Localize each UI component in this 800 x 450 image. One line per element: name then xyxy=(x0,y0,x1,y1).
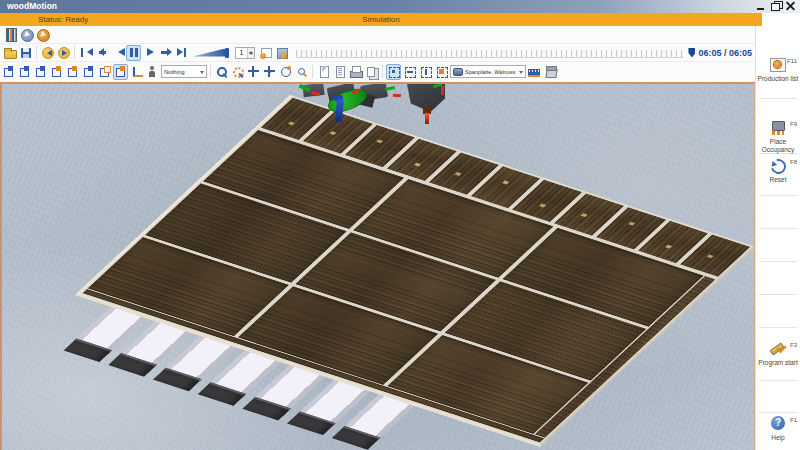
view-bottom-button[interactable] xyxy=(81,64,96,80)
undo-group xyxy=(40,45,71,61)
speed-spinner[interactable]: 1 xyxy=(235,47,255,59)
viewport-3d[interactable] xyxy=(0,82,755,450)
toolbar-separator xyxy=(74,46,75,59)
view-top-button[interactable] xyxy=(65,64,80,80)
pause-button[interactable] xyxy=(126,45,141,61)
view-group xyxy=(1,64,144,80)
clear-box-icon xyxy=(544,65,557,78)
close-button[interactable] xyxy=(784,1,797,12)
sync-orange-button[interactable] xyxy=(35,27,50,43)
reset-icon xyxy=(769,158,787,174)
list-icon xyxy=(333,65,346,78)
minimize-button[interactable] xyxy=(754,1,767,12)
view-left-button[interactable] xyxy=(33,64,48,80)
help-button[interactable]: F1 Help xyxy=(757,416,799,442)
view-right-button[interactable] xyxy=(49,64,64,80)
sim-window-button[interactable] xyxy=(274,45,289,61)
toolbar-separator xyxy=(36,46,37,59)
axis-button[interactable] xyxy=(129,64,144,80)
fit-selection-button[interactable] xyxy=(386,64,401,80)
speed-slider[interactable] xyxy=(193,47,229,59)
collision-dropdown[interactable]: Nothing xyxy=(161,65,207,78)
sim-loop-button[interactable] xyxy=(258,45,273,61)
sync-orange-icon xyxy=(36,28,49,41)
redo-button[interactable] xyxy=(56,45,71,61)
copy-button[interactable] xyxy=(364,64,379,80)
redo-icon xyxy=(57,46,70,59)
pause-icon xyxy=(127,46,140,59)
new-doc-button[interactable] xyxy=(316,64,331,80)
print-button[interactable] xyxy=(348,64,363,80)
fit-all-button[interactable] xyxy=(434,64,449,80)
status-bar: Status: Ready Simulation xyxy=(0,13,762,26)
orbit-button[interactable] xyxy=(278,64,293,80)
file-group xyxy=(2,45,33,61)
zoom-region-button[interactable] xyxy=(230,64,245,80)
fit-selection-icon xyxy=(387,65,400,78)
pan-button[interactable] xyxy=(246,64,261,80)
window-title: woodMotion xyxy=(7,0,57,13)
save-button[interactable] xyxy=(18,45,33,61)
zoom-in-button[interactable] xyxy=(214,64,229,80)
person-icon xyxy=(146,65,159,78)
cube-left-icon xyxy=(34,65,47,78)
row1-group xyxy=(3,27,50,43)
production-plan-icon xyxy=(4,28,17,41)
end-group xyxy=(527,64,558,80)
chevron-down-icon xyxy=(200,71,204,76)
sidebar-button-label: Reset xyxy=(757,176,799,184)
toolbar-row-2: 1 06:05 / 06:05 xyxy=(0,44,756,62)
simulation-timeline[interactable] xyxy=(296,50,683,58)
timeline-position-marker[interactable] xyxy=(688,48,695,58)
reset-button[interactable]: F8 Reset xyxy=(757,158,799,184)
play-reverse-button[interactable] xyxy=(110,45,125,61)
production-list-button[interactable]: F11 Production list xyxy=(757,57,799,83)
fit-width-button[interactable] xyxy=(402,64,417,80)
fit-height-button[interactable] xyxy=(418,64,433,80)
skip-start-icon xyxy=(79,46,92,59)
window-controls xyxy=(752,1,797,12)
sidebar-button-label: Place Occupancy xyxy=(757,138,799,154)
center-button[interactable] xyxy=(262,64,277,80)
spinner-arrows[interactable] xyxy=(247,48,254,58)
view-back-button[interactable] xyxy=(17,64,32,80)
toolbar-separator xyxy=(312,65,313,78)
toolbar-row-3: Nothing xyxy=(0,62,756,81)
sim-window-icon xyxy=(275,46,288,59)
cube-top-icon xyxy=(66,65,79,78)
zoom-group xyxy=(214,64,309,80)
restore-button[interactable] xyxy=(769,1,782,12)
step-back-button[interactable] xyxy=(94,45,109,61)
production-plan-button[interactable] xyxy=(3,27,18,43)
measure-button[interactable] xyxy=(527,64,542,80)
open-button[interactable] xyxy=(2,45,17,61)
skip-start-button[interactable] xyxy=(78,45,93,61)
program-start-icon xyxy=(769,341,787,357)
save-icon xyxy=(19,46,32,59)
view-iso-button[interactable] xyxy=(97,64,112,80)
program-start-button[interactable]: F3 Program start xyxy=(757,341,799,367)
step-back-icon xyxy=(95,46,108,59)
material-dropdown-value: Spanplatte, Walnuss furniert xyxy=(465,69,517,75)
sync-blue-button[interactable] xyxy=(19,27,34,43)
skip-end-button[interactable] xyxy=(174,45,189,61)
place-occupancy-button[interactable]: F9 Place Occupancy xyxy=(757,120,799,154)
step-forward-button[interactable] xyxy=(158,45,173,61)
simulation-time: 06:05 / 06:05 xyxy=(698,48,752,58)
simulation-person-button[interactable] xyxy=(145,64,160,80)
undo-button[interactable] xyxy=(40,45,55,61)
zoom-in-icon xyxy=(215,65,228,78)
view-3d-button[interactable] xyxy=(113,64,128,80)
sidebar: F11 Production list F9 Place Occupancy F… xyxy=(755,26,800,450)
speed-value: 1 xyxy=(236,49,247,56)
clear-box-button[interactable] xyxy=(543,64,558,80)
view-front-button[interactable] xyxy=(1,64,16,80)
material-dropdown[interactable]: Spanplatte, Walnuss furniert xyxy=(450,65,526,78)
play-button[interactable] xyxy=(142,45,157,61)
new-doc-icon xyxy=(317,65,330,78)
list-button[interactable] xyxy=(332,64,347,80)
zoom-out-button[interactable] xyxy=(294,64,309,80)
sim-loop-icon xyxy=(259,46,272,59)
occupancy-icon xyxy=(769,120,787,136)
mode-label: Simulation xyxy=(0,13,762,26)
